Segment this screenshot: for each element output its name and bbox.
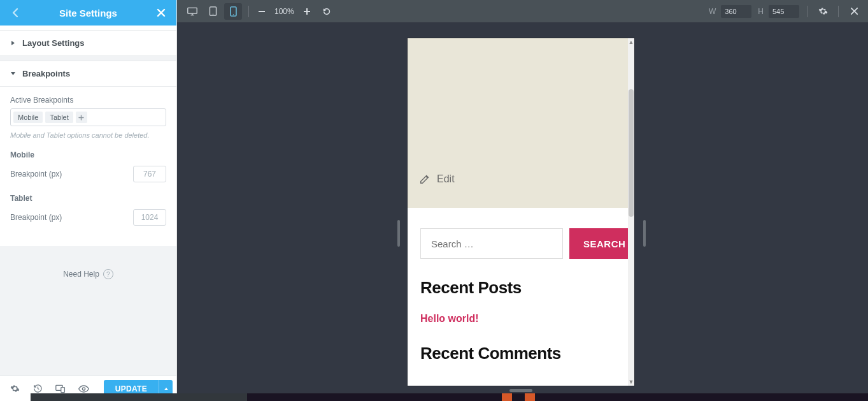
- zoom-level: 100%: [274, 7, 294, 16]
- plus-icon: [78, 115, 84, 120]
- need-help[interactable]: Need Help ?: [0, 246, 176, 302]
- bottom-resize-handle[interactable]: [509, 389, 532, 392]
- editor-main: 100% W H ▲: [177, 0, 868, 401]
- mobile-icon: [230, 6, 237, 17]
- settings-sidebar: Site Settings Layout Settings Breakpoint…: [0, 0, 177, 401]
- caret-right-icon: [10, 40, 16, 46]
- sidebar-body: Layout Settings Breakpoints Active Break…: [0, 26, 176, 375]
- edit-link[interactable]: Edit: [419, 173, 455, 185]
- tablet-breakpoint-label: Breakpoint (px): [10, 213, 62, 222]
- chip-tablet[interactable]: Tablet: [45, 112, 73, 123]
- svg-point-7: [232, 14, 233, 15]
- recent-comments-heading: Recent Comments: [420, 344, 615, 363]
- zoom-in-button[interactable]: [301, 3, 313, 20]
- close-sidebar-button[interactable]: [152, 0, 170, 26]
- zoom-controls: 100%: [255, 3, 334, 20]
- close-icon: [157, 8, 166, 17]
- sidebar-title: Site Settings: [59, 8, 117, 18]
- help-icon: ?: [103, 269, 113, 279]
- top-spacer: [0, 26, 176, 31]
- mobile-section-title: Mobile: [10, 150, 166, 159]
- accordion-gap: [0, 56, 176, 61]
- tablet-breakpoint-row: Breakpoint (px): [10, 209, 166, 226]
- preview-frame: ▲ ▼ Edit SEARCH Recent Posts Hello world…: [408, 38, 634, 386]
- active-breakpoints-input[interactable]: Mobile Tablet: [10, 108, 166, 126]
- tablet-section-title: Tablet: [10, 194, 166, 203]
- edit-icon: [419, 173, 430, 185]
- svg-rect-8: [259, 11, 265, 12]
- device-tablet-button[interactable]: [204, 3, 222, 20]
- need-help-label: Need Help: [63, 270, 99, 279]
- search-form: SEARCH: [420, 228, 615, 259]
- search-input[interactable]: [420, 228, 563, 259]
- device-desktop-button[interactable]: [183, 3, 201, 20]
- preview-canvas: ▲ ▼ Edit SEARCH Recent Posts Hello world…: [177, 22, 868, 401]
- toolbar-separator: [838, 6, 839, 17]
- caret-down-icon: [10, 71, 16, 77]
- breakpoints-panel: Active Breakpoints Mobile Tablet Mobile …: [0, 87, 176, 246]
- history-icon: [33, 384, 43, 393]
- zoom-out-button[interactable]: [255, 3, 268, 20]
- post-link[interactable]: Hello world!: [420, 313, 615, 324]
- responsive-icon: [55, 384, 66, 393]
- device-switcher: [183, 3, 242, 20]
- caret-up-icon: [164, 387, 169, 391]
- tablet-icon: [209, 6, 217, 16]
- scroll-thumb[interactable]: [629, 89, 634, 217]
- preview-hero: Edit: [408, 38, 628, 208]
- reset-icon: [322, 7, 331, 16]
- back-button[interactable]: [6, 0, 24, 26]
- edit-label: Edit: [437, 173, 455, 185]
- tablet-breakpoint-input[interactable]: [133, 209, 166, 226]
- zoom-reset-button[interactable]: [320, 3, 334, 20]
- mobile-breakpoint-row: Breakpoint (px): [10, 166, 166, 182]
- svg-point-5: [212, 13, 213, 14]
- sidebar-header: Site Settings: [0, 0, 176, 26]
- width-input[interactable]: [721, 5, 751, 18]
- mobile-breakpoint-label: Breakpoint (px): [10, 170, 62, 179]
- preview-scrollbar[interactable]: ▲ ▼: [628, 38, 634, 386]
- scroll-up-icon: ▲: [628, 38, 634, 46]
- close-icon: [850, 7, 858, 15]
- chip-mobile[interactable]: Mobile: [13, 112, 43, 123]
- recent-posts-heading: Recent Posts: [420, 278, 615, 298]
- bottom-bar-segment: [525, 393, 535, 401]
- width-label: W: [709, 7, 716, 16]
- accordion-label: Breakpoints: [22, 69, 70, 78]
- svg-rect-3: [188, 8, 197, 13]
- preview-body: SEARCH Recent Posts Hello world! Recent …: [408, 208, 628, 363]
- eye-icon: [78, 385, 89, 393]
- minus-icon: [259, 11, 265, 12]
- accordion-layout-settings[interactable]: Layout Settings: [0, 31, 176, 56]
- active-breakpoints-label: Active Breakpoints: [10, 96, 166, 105]
- breakpoints-hint: Mobile and Tablet options cannot be dele…: [10, 131, 166, 139]
- toolbar-separator: [248, 6, 249, 17]
- svg-rect-1: [61, 387, 65, 392]
- close-preview-button[interactable]: [846, 4, 862, 19]
- bottom-bar-segment: [535, 393, 868, 401]
- toolbar-settings-button[interactable]: [815, 4, 830, 19]
- accordion-breakpoints[interactable]: Breakpoints: [0, 61, 176, 87]
- left-resize-handle[interactable]: [397, 220, 400, 247]
- bottom-bar-segment: [0, 393, 31, 401]
- right-resize-handle[interactable]: [643, 220, 646, 247]
- device-mobile-button[interactable]: [224, 3, 242, 20]
- bottom-bar-segment: [247, 393, 502, 401]
- accordion-label: Layout Settings: [22, 38, 85, 48]
- bottom-bar-segment: [502, 393, 512, 401]
- toolbar-separator: [807, 6, 808, 17]
- scroll-down-icon: ▼: [628, 378, 634, 386]
- gear-icon: [818, 6, 828, 16]
- search-button[interactable]: SEARCH: [569, 228, 634, 259]
- height-input[interactable]: [769, 5, 799, 18]
- chevron-left-icon: [12, 8, 18, 18]
- height-label: H: [758, 7, 764, 16]
- bottom-bar-segment: [512, 393, 525, 401]
- dimension-controls: W H: [709, 4, 862, 19]
- svg-point-2: [82, 387, 85, 390]
- mobile-breakpoint-input[interactable]: [133, 166, 166, 182]
- bottom-bar-segment: [31, 393, 247, 401]
- add-breakpoint-button[interactable]: [76, 112, 87, 123]
- gear-icon: [10, 384, 20, 393]
- plus-icon: [304, 8, 310, 15]
